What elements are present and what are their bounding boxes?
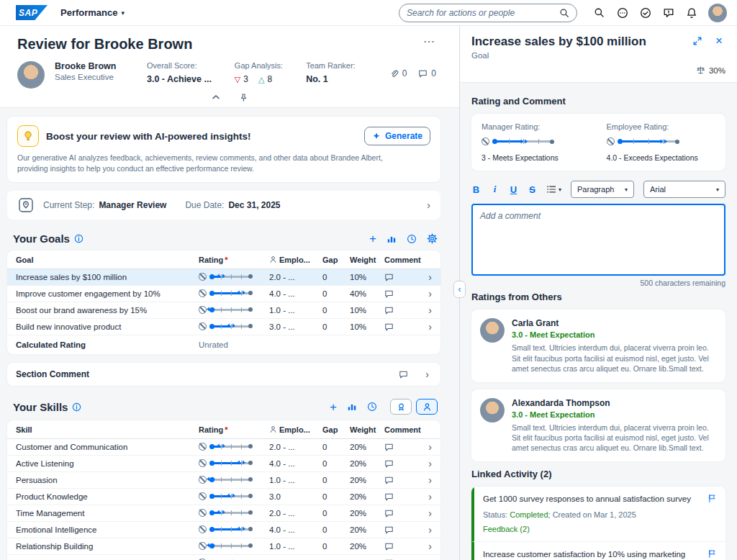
- rating-slider[interactable]: [199, 459, 251, 467]
- attachments-button[interactable]: 0: [389, 68, 407, 78]
- no-rating-icon[interactable]: [199, 443, 207, 451]
- chevron-right-icon[interactable]: ›: [425, 369, 429, 379]
- sap-logo[interactable]: SAP: [16, 5, 48, 20]
- list-button[interactable]: ▾: [546, 185, 561, 194]
- chevron-right-icon[interactable]: ›: [420, 442, 432, 452]
- rating-slider[interactable]: [199, 306, 251, 314]
- rating-slider[interactable]: [199, 509, 251, 517]
- app-menu[interactable]: Performance ▾: [60, 7, 125, 18]
- rating-slider[interactable]: [199, 492, 251, 500]
- no-rating-icon[interactable]: [199, 289, 207, 297]
- chart-icon-button[interactable]: [386, 234, 397, 244]
- comment-textarea[interactable]: [471, 204, 725, 276]
- slider-handle[interactable]: [227, 493, 235, 500]
- skill-row[interactable]: Time Management2.0 - ...020%›: [7, 505, 440, 522]
- goal-row[interactable]: Boost our brand awareness by 15%1.0 - ..…: [7, 302, 440, 319]
- rating-slider[interactable]: [607, 137, 678, 145]
- chevron-right-icon[interactable]: ›: [420, 525, 432, 535]
- overflow-menu-button[interactable]: ⋯: [423, 36, 435, 48]
- info-icon[interactable]: [74, 234, 83, 243]
- badge-view-button[interactable]: [390, 399, 412, 415]
- chevron-right-icon[interactable]: ›: [420, 492, 432, 502]
- comments-button[interactable]: 0: [418, 68, 436, 78]
- rating-slider[interactable]: [199, 476, 251, 484]
- skill-row[interactable]: Product Knowledge3.0020%›: [7, 489, 440, 505]
- comment-icon[interactable]: [384, 273, 394, 282]
- comment-icon[interactable]: [384, 509, 394, 518]
- global-search[interactable]: [399, 4, 577, 22]
- section-comment-card[interactable]: Section Comment ›: [7, 363, 440, 386]
- chevron-right-icon[interactable]: ›: [420, 459, 432, 469]
- pin-icon[interactable]: [234, 91, 253, 103]
- collapse-header-button[interactable]: [207, 91, 225, 103]
- slider-handle[interactable]: [217, 443, 225, 450]
- panel-collapse-handle[interactable]: ‹: [453, 281, 466, 298]
- no-rating-icon[interactable]: [199, 509, 207, 517]
- comment-icon[interactable]: [384, 525, 394, 535]
- info-icon[interactable]: [72, 402, 81, 412]
- comment-icon[interactable]: [384, 322, 394, 332]
- chevron-right-icon[interactable]: ›: [420, 508, 432, 518]
- chevron-right-icon[interactable]: ›: [420, 272, 432, 282]
- skill-row[interactable]: Active Listening4.0 - ...020%›: [7, 456, 440, 472]
- slider-handle[interactable]: [227, 323, 235, 330]
- strikethrough-button[interactable]: S: [528, 184, 537, 195]
- no-rating-icon[interactable]: [199, 306, 207, 314]
- current-step-card[interactable]: Current Step: Manager Review Due Date: D…: [7, 191, 440, 220]
- settings-gear-icon[interactable]: [427, 233, 438, 244]
- slider-handle[interactable]: [237, 290, 245, 297]
- skill-row[interactable]: Persuasion1.0 - ...020%›: [7, 472, 440, 489]
- chevron-right-icon[interactable]: ›: [420, 541, 432, 551]
- user-avatar[interactable]: [708, 4, 727, 22]
- rating-slider[interactable]: [199, 542, 251, 550]
- slider-handle[interactable]: [237, 526, 245, 533]
- skill-row[interactable]: Project Management3.0 - ...020%›: [7, 555, 440, 560]
- feedback-link[interactable]: Feedback (2): [483, 525, 530, 533]
- comment-icon[interactable]: [384, 476, 394, 485]
- todos-check-icon[interactable]: [639, 6, 651, 19]
- comment-icon[interactable]: [384, 443, 394, 452]
- history-icon-button[interactable]: [367, 402, 377, 412]
- comment-icon[interactable]: [384, 542, 394, 551]
- comment-icon[interactable]: [384, 306, 394, 315]
- slider-handle[interactable]: [237, 460, 245, 466]
- feedback-icon[interactable]: [662, 6, 674, 19]
- chevron-right-icon[interactable]: ›: [420, 475, 432, 485]
- linked-activity-item[interactable]: Get 1000 survey responses to annual sati…: [471, 487, 725, 542]
- people-view-button[interactable]: [416, 399, 438, 415]
- manager-rating-slider[interactable]: [481, 137, 591, 148]
- search-input[interactable]: [407, 8, 559, 18]
- slider-handle[interactable]: [207, 477, 215, 483]
- no-rating-icon[interactable]: [199, 542, 207, 550]
- chevron-right-icon[interactable]: ›: [420, 322, 432, 332]
- slider-handle[interactable]: [207, 307, 215, 313]
- slider-handle[interactable]: [217, 510, 225, 516]
- search-icon[interactable]: [559, 8, 569, 18]
- skill-row[interactable]: Relationship Building1.0 - ...020%›: [7, 538, 440, 555]
- notifications-bell-icon[interactable]: [685, 6, 697, 19]
- history-icon-button[interactable]: [407, 234, 417, 244]
- goal-row[interactable]: Improve customer engagement by 10%4.0 - …: [7, 286, 440, 302]
- no-rating-icon[interactable]: [199, 525, 207, 533]
- slider-handle[interactable]: [217, 274, 225, 280]
- slider-handle[interactable]: [659, 138, 667, 145]
- no-rating-icon[interactable]: [199, 492, 207, 500]
- rating-slider[interactable]: [199, 289, 251, 297]
- comment-icon[interactable]: [384, 289, 394, 299]
- bold-button[interactable]: B: [471, 184, 481, 195]
- employee-rating-slider[interactable]: [607, 137, 716, 148]
- generate-button[interactable]: Generate: [364, 127, 430, 145]
- slider-handle[interactable]: [519, 138, 528, 145]
- chevron-right-icon[interactable]: ›: [420, 289, 432, 299]
- chevron-right-icon[interactable]: ›: [420, 305, 432, 315]
- comment-icon[interactable]: [384, 492, 394, 502]
- goal-row[interactable]: Increase sales by $100 million2.0 - ...0…: [7, 269, 440, 286]
- slider-handle[interactable]: [207, 543, 215, 549]
- no-rating-icon[interactable]: [199, 476, 207, 484]
- chart-icon-button[interactable]: [347, 402, 357, 412]
- comment-icon[interactable]: [399, 370, 408, 379]
- search-button[interactable]: [593, 6, 605, 19]
- assistant-icon[interactable]: [616, 6, 628, 19]
- rating-slider[interactable]: [199, 322, 251, 330]
- linked-activity-item[interactable]: Increase customer satisfaction by 10% us…: [471, 542, 725, 560]
